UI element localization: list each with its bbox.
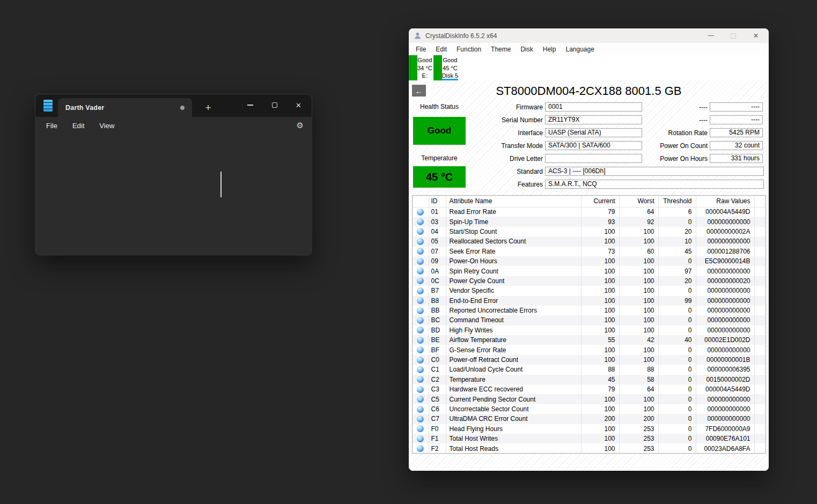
cell-id: C0 (429, 355, 446, 365)
cell-threshold: 0 (658, 256, 696, 266)
cell-worst: 100 (619, 394, 658, 404)
crystaldiskinfo-window: CrystalDiskInfo 6.5.2 x64 ✕ File Edit Fu… (409, 28, 769, 471)
smart-table-row[interactable]: BB Reported Uncorrectable Errors 100 100… (413, 306, 766, 315)
smart-table-row[interactable]: 07 Seek Error Rate 73 60 45 000001288706 (413, 247, 766, 256)
settings-gear-icon[interactable]: ⚙ (297, 117, 304, 134)
notepad-editor[interactable]: Darth Vader 02-March-2025 (35, 134, 312, 255)
cell-worst: 42 (619, 335, 658, 345)
smart-table-row[interactable]: F0 Head Flying Hours 100 253 0 7FD600000… (413, 424, 766, 434)
cell-worst: 100 (619, 306, 658, 315)
cell-worst: 100 (619, 345, 658, 354)
field-value-box[interactable] (545, 154, 642, 163)
field-label: Power On Count (645, 142, 710, 150)
cdi-menu-item[interactable]: Language (561, 46, 599, 53)
smart-table-row[interactable]: C5 Current Pending Sector Count 100 100 … (413, 394, 766, 404)
smart-table-row[interactable]: C7 UltraDMA CRC Error Count 200 200 0 00… (413, 414, 766, 424)
status-good-icon (417, 366, 424, 373)
status-good-icon (417, 307, 424, 314)
smart-table-row[interactable]: 0A Spin Retry Count 100 100 97 000000000… (413, 266, 766, 276)
smart-table-row[interactable]: F2 Total Host Reads 100 253 0 00023AD6A8… (413, 443, 766, 453)
cell-worst: 100 (619, 286, 658, 295)
notepad-menu-item[interactable]: Edit (65, 118, 92, 132)
cell-current: 100 (581, 227, 619, 236)
field-value-box[interactable]: 331 hours (710, 154, 763, 163)
cdi-menu-item[interactable]: File (411, 46, 431, 53)
notepad-titlebar[interactable]: Darth Vader + ✕ (35, 94, 312, 117)
status-good-icon (417, 396, 424, 403)
cell-attribute-name: Reallocated Sectors Count (446, 236, 581, 246)
field-value-box[interactable]: UASP (Serial ATA) (545, 128, 642, 137)
cell-raw-values: 00090E76A101 (696, 434, 754, 443)
field-value-box[interactable]: ---- (710, 115, 763, 124)
close-button[interactable]: ✕ (745, 28, 767, 43)
drive-wide-fields: Standard ACS-3 | ---- [006Dh] Features S… (409, 167, 764, 192)
field-value-box[interactable]: 32 count (710, 141, 763, 150)
stat-field-row: Power On Hours 331 hours (645, 154, 763, 163)
field-value-box[interactable]: ACS-3 | ---- [006Dh] (545, 167, 764, 176)
smart-table-row[interactable]: B7 Vendor Specific 100 100 0 00000000000… (413, 286, 766, 295)
cell-current: 100 (581, 276, 619, 286)
disk-tab[interactable]: Good 45 °C Disk 5 (433, 55, 459, 80)
smart-table-row[interactable]: C0 Power-off Retract Count 100 100 0 000… (413, 355, 766, 365)
smart-table-row[interactable]: B8 End-to-End Error 100 100 99 000000000… (413, 296, 766, 306)
tab-health-status: Good (417, 56, 432, 64)
cell-raw-values: 000000006395 (696, 365, 754, 374)
field-value-box[interactable]: S.M.A.R.T., NCQ (545, 180, 764, 189)
cell-threshold: 0 (658, 394, 696, 404)
smart-table-row[interactable]: 09 Power-On Hours 100 100 0 E5C90000014B (413, 256, 766, 266)
cell-threshold: 0 (658, 306, 696, 315)
cell-id: B7 (429, 286, 446, 295)
smart-table-row[interactable]: F1 Total Host Writes 100 253 0 00090E76A… (413, 434, 766, 443)
cdi-menu-item[interactable]: Help (538, 46, 561, 53)
smart-table-row[interactable]: 01 Read Error Rate 79 64 6 000004A5449D (413, 207, 766, 217)
close-button[interactable]: ✕ (286, 94, 311, 116)
cdi-menu-item[interactable]: Edit (431, 46, 452, 53)
smart-table-row[interactable]: 04 Start/Stop Count 100 100 20 000000000… (413, 227, 766, 236)
minimize-button[interactable] (238, 94, 262, 116)
cdi-titlebar[interactable]: CrystalDiskInfo 6.5.2 x64 ✕ (409, 28, 769, 43)
cell-id: 05 (429, 236, 446, 246)
smart-table-row[interactable]: BF G-Sense Error Rate 100 100 0 00000000… (413, 345, 766, 354)
smart-table-row[interactable]: 03 Spin-Up Time 93 92 0 000000000000 (413, 217, 766, 226)
field-label: Serial Number (409, 116, 545, 124)
cdi-menu-item[interactable]: Theme (486, 46, 516, 53)
cdi-menu-item[interactable]: Function (452, 46, 486, 53)
new-tab-button[interactable]: + (198, 98, 218, 117)
cdi-menu-item[interactable]: Disk (516, 46, 538, 53)
cell-attribute-name: Power Cycle Count (446, 276, 581, 286)
smart-table-row[interactable]: C2 Temperature 45 58 0 00150000002D (413, 375, 766, 384)
notepad-tab[interactable]: Darth Vader (58, 98, 192, 117)
smart-table-row[interactable]: C6 Uncorrectable Sector Count 100 100 0 … (413, 404, 766, 414)
cell-current: 100 (581, 306, 619, 315)
cell-attribute-name: Spin-Up Time (446, 217, 581, 226)
status-good-icon (417, 287, 424, 294)
cell-raw-values: 000000000000 (696, 414, 754, 424)
smart-table-row[interactable]: BC Command Timeout 100 100 0 00000000000… (413, 315, 766, 325)
field-value-box[interactable]: 0001 (545, 102, 642, 112)
field-value-box[interactable]: SATA/300 | SATA/600 (545, 141, 642, 150)
cell-worst: 64 (619, 207, 658, 217)
notepad-menu-item[interactable]: File (39, 118, 65, 132)
maximize-icon (731, 33, 736, 39)
field-value-box[interactable]: ---- (710, 102, 763, 112)
status-good-icon (417, 416, 424, 423)
cell-raw-values: 000000000000 (696, 404, 754, 414)
notepad-menu-item[interactable]: View (92, 118, 122, 132)
field-value-box[interactable]: ZR11YT9X (545, 115, 642, 124)
disk-tab[interactable]: Good 34 °C E: (409, 55, 432, 80)
maximize-button[interactable] (262, 94, 286, 116)
field-label: Firmware (409, 103, 545, 111)
smart-table-row[interactable]: C1 Load/Unload Cycle Count 88 88 0 00000… (413, 365, 766, 374)
field-label: Interface (409, 129, 545, 137)
smart-table-row[interactable]: BE Airflow Temperature 55 42 40 00002E1D… (413, 335, 766, 345)
smart-table-row[interactable]: C3 Hardware ECC recovered 79 64 0 000004… (413, 384, 766, 394)
smart-table-row[interactable]: BD High Fly Writes 100 100 0 00000000000… (413, 325, 766, 335)
minimize-button[interactable] (700, 28, 722, 43)
field-value-box[interactable]: 5425 RPM (710, 128, 763, 137)
cell-raw-values: 000000000000 (696, 217, 754, 226)
cell-current: 200 (581, 414, 619, 424)
maximize-button[interactable] (722, 28, 745, 43)
smart-table-row[interactable]: 05 Reallocated Sectors Count 100 100 10 … (413, 236, 766, 246)
cell-worst: 253 (619, 424, 658, 434)
smart-table-row[interactable]: 0C Power Cycle Count 100 100 20 00000000… (413, 276, 766, 286)
